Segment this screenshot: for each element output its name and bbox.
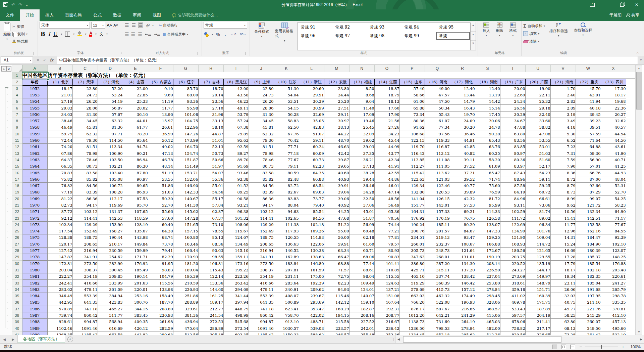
data-cell[interactable]: 60.24 (299, 144, 324, 150)
data-cell[interactable]: 87.58 (500, 182, 525, 189)
data-cell[interactable]: 122.69 (500, 221, 525, 228)
data-cell[interactable]: 166.44 (173, 247, 198, 254)
data-cell[interactable]: 54.04 (274, 92, 299, 98)
data-cell[interactable]: 115.43 (198, 267, 223, 273)
cell-styles-gallery[interactable]: 常规 91常规 92常规 93常规 94常规 95常规 96常规 97常规 98… (297, 23, 471, 50)
data-cell[interactable]: 53.55 (525, 137, 550, 143)
data-cell[interactable]: 346.49 (47, 293, 72, 299)
data-cell[interactable]: 89.65 (123, 182, 148, 189)
table-header-cell[interactable]: （19）广东 (500, 79, 525, 86)
italic-button[interactable]: I (48, 31, 50, 37)
data-cell[interactable]: 65.36 (374, 209, 399, 215)
data-cell[interactable]: 16.69 (550, 247, 576, 254)
data-cell[interactable]: 55.43 (425, 111, 450, 118)
data-cell[interactable]: 66.61 (525, 195, 550, 202)
data-cell[interactable]: 233.57 (324, 325, 349, 332)
gallery-up-icon[interactable]: ▲ (471, 22, 476, 32)
data-cell[interactable]: 144.60 (198, 286, 223, 293)
data-cell[interactable]: 62.80 (550, 319, 576, 325)
data-cell[interactable]: 88.96 (500, 176, 525, 182)
zoom-slider[interactable] (585, 347, 618, 347)
year-cell[interactable]: 1982 (22, 280, 47, 286)
data-cell[interactable]: 106.81 (198, 260, 223, 267)
data-cell[interactable]: 12.40 (450, 85, 475, 92)
data-cell[interactable]: 47.57 (425, 92, 450, 98)
data-cell[interactable]: 87.72 (47, 209, 72, 215)
data-cell[interactable]: 283.64 (274, 280, 299, 286)
data-cell[interactable]: 140.67 (173, 195, 198, 202)
data-cell[interactable]: 197.95 (576, 293, 601, 299)
name-box[interactable]: A1▾ (1, 56, 33, 64)
data-cell[interactable]: 361.09 (98, 286, 123, 293)
data-cell[interactable]: 48.70 (324, 137, 349, 143)
data-cell[interactable]: 83.83 (274, 195, 299, 202)
underline-caret[interactable]: ▾ (61, 33, 62, 36)
data-cell[interactable]: 90.63 (198, 247, 223, 254)
next-sheet-icon[interactable]: ▶ (9, 335, 17, 343)
data-cell[interactable]: 512.56 (173, 332, 198, 335)
data-cell[interactable]: 60.71 (349, 247, 374, 254)
data-cell[interactable]: 51.60 (525, 157, 550, 163)
data-cell[interactable]: 578.69 (399, 286, 425, 293)
column-header-H[interactable]: H (198, 65, 223, 72)
data-cell[interactable]: 216.65 (450, 306, 475, 312)
data-cell[interactable]: 86.93 (123, 189, 148, 195)
year-cell[interactable]: 1979 (22, 260, 47, 267)
data-cell[interactable]: 2.89 (550, 105, 576, 111)
cell-style-item[interactable]: 常规 93 (367, 23, 401, 32)
data-cell[interactable]: 67.76 (274, 131, 299, 137)
data-cell[interactable]: 141.30 (173, 202, 198, 208)
cell-style-item[interactable]: 常规 97 (332, 32, 367, 40)
data-cell[interactable]: 47.14 (374, 189, 399, 195)
data-cell[interactable]: 134.30 (450, 260, 475, 267)
data-cell[interactable]: 114.72 (525, 241, 550, 247)
data-cell[interactable]: 121.65 (525, 247, 550, 254)
data-cell[interactable]: 28.02 (123, 105, 148, 111)
data-cell[interactable]: 77.81 (374, 234, 399, 241)
data-cell[interactable]: 18.70 (198, 85, 223, 92)
data-cell[interactable]: 26.56 (500, 105, 525, 111)
data-cell[interactable]: 85.82 (249, 176, 274, 182)
data-cell[interactable]: 59.91 (324, 241, 349, 247)
data-cell[interactable]: 106.90 (98, 150, 123, 157)
data-cell[interactable]: 146.80 (299, 260, 324, 267)
data-cell[interactable]: 111.05 (425, 163, 450, 170)
data-cell[interactable]: 151.77 (399, 202, 425, 208)
data-cell[interactable]: 15.24 (550, 241, 576, 247)
data-cell[interactable]: 442.95 (47, 299, 72, 306)
zoom-percentage[interactable]: 100% (628, 345, 641, 349)
data-cell[interactable]: 415.73 (425, 286, 450, 293)
data-cell[interactable]: 36.16 (123, 111, 148, 118)
data-cell[interactable]: 82.67 (274, 189, 299, 195)
data-cell[interactable]: 99.07 (576, 195, 601, 202)
data-cell[interactable]: 12.40 (475, 85, 500, 92)
data-cell[interactable]: 207.81 (274, 267, 299, 273)
table-header-cell[interactable]: （17）湖北 (450, 79, 475, 86)
data-cell[interactable]: 368.39 (425, 280, 450, 286)
data-cell[interactable]: 409.35 (123, 319, 148, 325)
data-cell[interactable]: 173.16 (223, 260, 249, 267)
data-cell[interactable]: 994.87 (72, 319, 98, 325)
data-cell[interactable]: 25.45 (349, 124, 374, 131)
data-cell[interactable]: 31.30 (72, 111, 98, 118)
grow-font-icon[interactable]: A˄ (107, 23, 112, 28)
table-header-cell[interactable]: （15）山东 (399, 79, 425, 86)
data-cell[interactable]: 129.34 (399, 182, 425, 189)
data-cell[interactable]: 51.01 (198, 137, 223, 143)
data-cell[interactable]: 423.83 (98, 299, 123, 306)
data-cell[interactable]: 168.29 (324, 306, 349, 312)
data-cell[interactable]: 308.37 (249, 267, 274, 273)
data-cell[interactable]: 101.32 (223, 215, 249, 221)
data-cell[interactable]: 127.42 (47, 247, 72, 254)
data-cell[interactable]: 23.11 (550, 280, 576, 286)
data-cell[interactable]: 160.39 (525, 293, 550, 299)
data-cell[interactable]: 223.26 (223, 273, 249, 280)
data-cell[interactable]: 157.15 (173, 228, 198, 234)
data-cell[interactable]: 254.62 (98, 254, 123, 260)
data-cell[interactable]: 152.06 (173, 176, 198, 182)
data-cell[interactable]: 359.18 (500, 286, 525, 293)
data-cell[interactable]: 465.10 (399, 273, 425, 280)
data-cell[interactable]: 77.34 (425, 124, 450, 131)
data-cell[interactable]: 82.73 (47, 202, 72, 208)
data-cell[interactable]: 58.66 (399, 92, 425, 98)
